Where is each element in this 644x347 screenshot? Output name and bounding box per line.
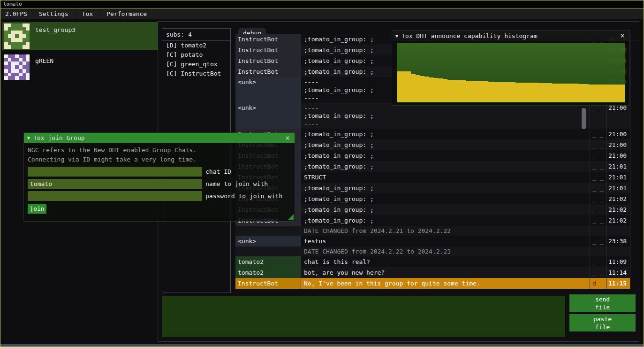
chat-message-row[interactable]: InstructBotSTRUCT_ _21:01 xyxy=(235,172,630,183)
message-flags: _ _ xyxy=(590,215,606,226)
message-time: 11:09 xyxy=(606,256,630,267)
paste-file-button[interactable]: paste file xyxy=(569,314,636,332)
chat-id-input[interactable] xyxy=(28,167,202,177)
histogram-bar xyxy=(598,85,602,102)
sender-name: InstructBot xyxy=(235,278,301,289)
chat-message-row[interactable]: InstructBot;tomato_in_group: ;_ _21:02 xyxy=(235,193,630,204)
histogram-bar xyxy=(579,84,584,102)
message-time: 11:14 xyxy=(606,267,630,278)
sender-name: InstructBot xyxy=(235,45,301,55)
histogram-bar xyxy=(507,82,511,102)
dht-histogram-window: ▼ Tox DHT announce capability histogram … xyxy=(392,31,629,105)
message-text: ;tomato_in_group: ; xyxy=(301,193,590,204)
histogram-bar xyxy=(502,82,507,102)
subs-list-item[interactable]: [C] InstructBot xyxy=(162,69,230,78)
histogram-bar xyxy=(456,80,461,102)
message-flags: _ _ xyxy=(590,161,606,172)
dht-histogram-plot xyxy=(397,43,625,102)
subs-list-item[interactable]: [D] tomato2 xyxy=(162,41,230,50)
close-icon[interactable]: × xyxy=(284,134,291,142)
group-row-green[interactable]: gREEN xyxy=(2,53,159,81)
chat-message-row[interactable]: InstructBot;tomato_in_group: ;_ _21:01 xyxy=(235,161,630,172)
message-flags xyxy=(590,226,606,236)
chat-message-row[interactable]: InstructBot;tomato_in_group: ;_ _21:02 xyxy=(235,204,630,215)
join-name-input[interactable] xyxy=(28,179,202,189)
histogram-bar xyxy=(529,83,534,102)
message-time: 11:15 xyxy=(606,278,630,289)
subs-header: subs: 4 xyxy=(162,29,230,41)
group-name: gREEN xyxy=(35,54,53,64)
message-flags: _ _ xyxy=(590,236,606,247)
message-flags: _ _ xyxy=(590,183,606,193)
collapse-arrow-icon[interactable]: ▼ xyxy=(27,135,30,140)
chat-message-row[interactable]: tomato2bot, are you new here?_ _11:14 xyxy=(235,267,630,278)
sender-name xyxy=(235,247,301,256)
message-flags: _ _ xyxy=(590,193,606,204)
histogram-titlebar[interactable]: ▼ Tox DHT announce capability histogram … xyxy=(392,31,629,41)
message-text: ;tomato_in_group: ; xyxy=(301,139,590,150)
histogram-bar xyxy=(488,82,493,102)
collapse-arrow-icon[interactable]: ▼ xyxy=(395,33,398,39)
menu-item-tox[interactable]: Tox xyxy=(75,9,99,19)
histogram-bar xyxy=(411,74,416,102)
histogram-bar xyxy=(438,78,443,102)
message-flags: _ _ xyxy=(590,267,606,278)
histogram-bar xyxy=(566,84,570,102)
message-text: ;tomato_in_group: ; xyxy=(301,183,590,193)
send-file-button[interactable]: send file xyxy=(569,294,636,312)
chat-message-row[interactable]: <unk>---- ;tomato_in_group: ; ----_ _21:… xyxy=(235,103,630,129)
group-row-test-group3[interactable]: test_group3 xyxy=(2,22,159,50)
chat-message-row[interactable]: InstructBot;tomato_in_group: ;_ _21:00 xyxy=(235,150,630,161)
sender-name: tomato2 xyxy=(235,267,301,278)
message-text: No, I've been in this group for quite so… xyxy=(301,278,590,289)
menu-item-settings[interactable]: Settings xyxy=(32,9,75,19)
menu-item-performance[interactable]: Performance xyxy=(99,9,153,19)
histogram-bar xyxy=(470,81,475,102)
message-text: bot, are you new here? xyxy=(301,267,590,278)
join-button[interactable]: join xyxy=(28,204,46,214)
chat-message-row[interactable]: InstructBot;tomato_in_group: ;_ _21:00 xyxy=(235,139,630,150)
sender-name: InstructBot xyxy=(235,55,301,66)
histogram-bar xyxy=(416,75,420,102)
message-input[interactable] xyxy=(162,296,565,337)
resize-grip[interactable] xyxy=(288,214,294,220)
message-flags: _ _ xyxy=(590,139,606,150)
histogram-bar xyxy=(557,84,561,102)
histogram-bar xyxy=(593,85,598,102)
os-title: tomato xyxy=(3,1,22,7)
date-separator-row[interactable]: DATE CHANGED from 2024.2.22 to 2024.2.23 xyxy=(235,247,630,256)
message-time: 23:38 xyxy=(606,236,630,247)
join-titlebar[interactable]: ▼ Tox join Group × xyxy=(24,133,295,143)
join-password-input[interactable] xyxy=(28,191,202,201)
histogram-bar xyxy=(575,84,579,102)
chat-message-row[interactable]: tomato2chat is this real?_ _11:09 xyxy=(235,256,630,267)
chat-message-row[interactable]: InstructBotNo, I've been in this group f… xyxy=(235,278,630,289)
close-icon[interactable]: × xyxy=(619,31,626,40)
menu-bar: 2.0FPS SettingsToxPerformance xyxy=(0,9,644,19)
chat-message-row[interactable]: <unk>testus_ _23:38 xyxy=(235,236,630,247)
sender-name: tomato2 xyxy=(235,256,301,267)
histogram-bar xyxy=(561,84,566,102)
histogram-bar xyxy=(616,85,621,102)
message-time: 21:01 xyxy=(606,161,630,172)
histogram-bar xyxy=(497,82,502,102)
histogram-bar xyxy=(552,84,557,102)
os-titlebar[interactable]: tomato xyxy=(0,0,644,8)
sender-name: <unk> xyxy=(235,236,301,247)
subs-list-item[interactable]: [C] green_qtox xyxy=(162,60,230,69)
message-flags: d xyxy=(590,278,606,289)
histogram-bar xyxy=(447,80,452,102)
chat-message-row[interactable]: InstructBot;tomato_in_group: ;_ _21:02 xyxy=(235,215,630,226)
subs-list-item[interactable]: [C] potato xyxy=(162,50,230,60)
histogram-bar xyxy=(402,71,407,102)
histogram-bar xyxy=(570,84,575,102)
message-flags: _ _ xyxy=(590,172,606,183)
chat-scrollbar-thumb[interactable] xyxy=(582,108,586,129)
chat-message-row[interactable]: InstructBot;tomato_in_group: ;_ _21:01 xyxy=(235,183,630,193)
date-separator-row[interactable]: DATE CHANGED from 2024.2.21 to 2024.2.22 xyxy=(235,226,630,236)
message-text: DATE CHANGED from 2024.2.22 to 2024.2.23 xyxy=(301,247,590,256)
message-text: testus xyxy=(301,236,590,247)
chat-message-row[interactable]: InstructBot;tomato_in_group: ;_ _21:00 xyxy=(235,129,630,139)
group-avatar-icon xyxy=(4,54,30,80)
sender-name xyxy=(235,226,301,236)
